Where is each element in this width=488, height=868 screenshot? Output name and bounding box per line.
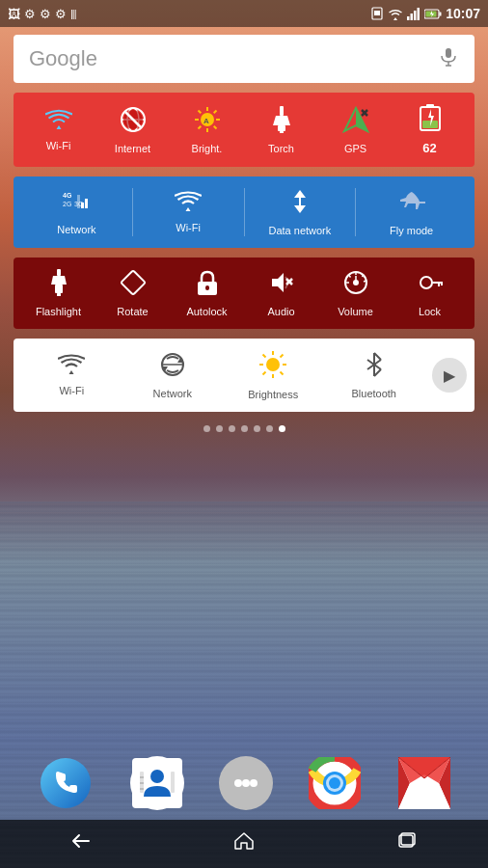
dark-audio-label: Audio [267, 306, 294, 317]
settings-icon-1: ⚙ [24, 7, 36, 21]
red-battery-item[interactable]: 62 [393, 104, 467, 155]
status-left-icons: 🖼 ⚙ ⚙ ⚙ ||| [8, 7, 76, 21]
svg-rect-8 [440, 12, 442, 15]
svg-point-96 [234, 779, 242, 787]
red-gps-label: GPS [344, 143, 366, 154]
signal-icon [407, 8, 420, 20]
svg-point-98 [250, 779, 258, 787]
status-right-icons: 10:07 [370, 6, 480, 21]
flashlight-icon [49, 269, 68, 300]
dot-4[interactable] [241, 425, 248, 432]
red-wifi-item[interactable]: Wi-Fi [21, 109, 95, 151]
red-bright-item[interactable]: A Bright. [170, 106, 244, 154]
white-brightness-item[interactable]: Brightness [223, 350, 324, 400]
home-button[interactable] [232, 829, 256, 858]
svg-line-60 [364, 281, 366, 282]
red-internet-item[interactable]: Internet [95, 106, 170, 154]
svg-rect-90 [140, 772, 144, 793]
recents-button[interactable] [395, 829, 419, 858]
phone-app[interactable] [37, 754, 95, 812]
nav-bar [0, 820, 488, 868]
dark-autolock-label: Autolock [186, 306, 227, 317]
blue-datanetwork-label: Data network [268, 225, 331, 236]
svg-marker-54 [272, 273, 284, 292]
svg-text:A: A [203, 117, 209, 125]
svg-rect-42 [85, 199, 88, 208]
svg-point-103 [329, 777, 340, 789]
dot-3[interactable] [229, 425, 235, 432]
dot-1[interactable] [203, 425, 210, 432]
dot-7-active[interactable] [279, 425, 285, 432]
blue-wifi-item[interactable]: Wi-Fi [133, 191, 244, 233]
svg-line-62 [348, 275, 350, 278]
svg-line-80 [281, 355, 284, 358]
blue-flymode-item[interactable]: Fly mode [356, 188, 467, 236]
dark-rotate-label: Rotate [117, 306, 148, 317]
sim-icon [370, 7, 384, 20]
red-bright-label: Bright. [192, 143, 223, 154]
dark-flashlight-label: Flashlight [36, 306, 81, 317]
search-bar[interactable]: Google [14, 35, 474, 83]
dot-5[interactable] [254, 425, 260, 432]
chrome-app[interactable] [308, 756, 362, 810]
red-wifi-label: Wi-Fi [46, 140, 71, 151]
white-widget: Wi-Fi Network [14, 339, 474, 412]
wifi-blue-icon [175, 191, 202, 216]
dark-lock-label: Lock [419, 306, 441, 317]
next-page-button[interactable]: ▶ [432, 358, 467, 393]
flymode-icon [398, 188, 425, 219]
app-dock [0, 746, 488, 820]
brightness-red-icon: A [194, 106, 221, 137]
dark-flashlight-item[interactable]: Flashlight [21, 269, 95, 317]
dark-widget: Flashlight Rotate Autolock [14, 258, 474, 329]
search-placeholder: Google [29, 46, 97, 71]
contacts-app[interactable] [130, 756, 184, 810]
red-torch-item[interactable]: Torch [244, 106, 318, 154]
svg-line-25 [198, 125, 201, 128]
svg-rect-1 [374, 11, 380, 15]
torch-icon [269, 106, 294, 137]
red-battery-label: 62 [422, 141, 436, 155]
gmail-app[interactable] [397, 756, 451, 810]
launcher-app[interactable] [219, 756, 273, 810]
wifi-icon [45, 109, 72, 134]
svg-rect-49 [55, 285, 63, 293]
mic-icon[interactable] [438, 46, 459, 71]
white-wifi-item[interactable]: Wi-Fi [21, 354, 122, 396]
svg-rect-27 [280, 106, 284, 116]
svg-rect-2 [407, 16, 410, 20]
svg-rect-3 [411, 14, 414, 20]
bluetooth-icon [365, 351, 384, 382]
status-bar: 🖼 ⚙ ⚙ ⚙ ||| 10:07 [0, 0, 488, 27]
clock: 10:07 [446, 6, 480, 21]
dark-rotate-item[interactable]: Rotate [95, 269, 170, 317]
svg-rect-36 [426, 104, 434, 108]
svg-marker-48 [51, 276, 67, 285]
svg-line-83 [374, 353, 381, 360]
red-widget: Wi-Fi Internet [14, 93, 474, 167]
back-button[interactable] [69, 829, 93, 858]
svg-line-79 [281, 372, 284, 375]
image-status-icon: 🖼 [8, 7, 20, 21]
volume-icon [342, 269, 369, 300]
svg-line-22 [198, 110, 201, 113]
svg-text:2G: 2G [63, 201, 71, 207]
dark-volume-item[interactable]: Volume [318, 269, 393, 317]
dot-6[interactable] [266, 425, 273, 432]
blue-network-item[interactable]: 4G 2G 3G Network [21, 189, 132, 235]
svg-line-23 [213, 125, 216, 128]
dark-autolock-item[interactable]: Autolock [170, 269, 244, 317]
dark-lock-item[interactable]: Lock [393, 269, 467, 317]
barcode-icon: ||| [70, 8, 76, 19]
dot-2[interactable] [216, 425, 223, 432]
red-gps-item[interactable]: GPS [318, 106, 393, 154]
brightness-white-icon [258, 350, 287, 383]
blue-datanetwork-item[interactable]: Data network [245, 188, 356, 236]
white-network-item[interactable]: Network [122, 351, 224, 399]
white-bluetooth-item[interactable]: Bluetooth [324, 351, 425, 399]
svg-rect-47 [57, 269, 61, 276]
svg-rect-41 [81, 203, 84, 208]
dark-audio-item[interactable]: Audio [244, 269, 318, 317]
svg-marker-28 [273, 116, 290, 125]
svg-line-78 [263, 355, 266, 358]
